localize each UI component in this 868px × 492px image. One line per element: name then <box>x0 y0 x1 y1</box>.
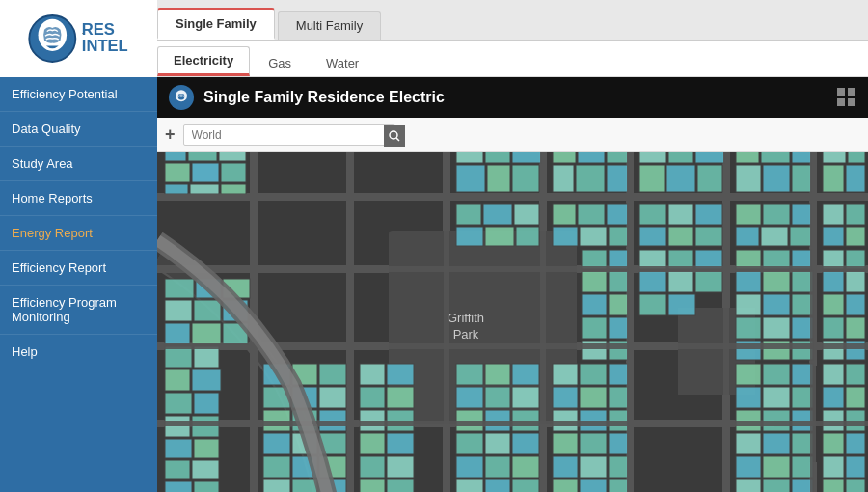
svg-line-8 <box>396 138 399 141</box>
svg-rect-93 <box>823 204 844 225</box>
sidebar-item-help[interactable]: Help <box>0 335 157 369</box>
svg-rect-260 <box>360 479 385 492</box>
svg-rect-263 <box>485 479 510 492</box>
search-bar: + <box>157 118 868 152</box>
svg-rect-255 <box>823 456 844 478</box>
svg-rect-125 <box>763 271 790 292</box>
svg-rect-180 <box>360 364 385 385</box>
svg-rect-69 <box>512 165 539 192</box>
sub-tab-electricity[interactable]: Electricity <box>157 46 250 76</box>
svg-rect-32 <box>219 152 246 161</box>
svg-rect-251 <box>609 456 628 478</box>
map-svg: Griffith Park <box>157 152 868 492</box>
svg-rect-123 <box>695 271 722 292</box>
svg-rect-200 <box>512 387 539 408</box>
svg-rect-83 <box>514 204 539 225</box>
svg-rect-181 <box>387 364 414 385</box>
svg-rect-75 <box>697 165 722 192</box>
svg-rect-164 <box>192 369 221 391</box>
svg-rect-35 <box>221 163 246 182</box>
svg-rect-258 <box>292 479 317 492</box>
svg-rect-64 <box>792 152 811 163</box>
svg-rect-127 <box>823 271 844 292</box>
svg-text:Park: Park <box>453 327 479 342</box>
svg-rect-101 <box>639 227 666 246</box>
sidebar-item-data-quality[interactable]: Data Quality <box>0 112 157 147</box>
svg-rect-139 <box>609 317 628 339</box>
svg-rect-129 <box>582 294 607 315</box>
svg-rect-241 <box>263 456 290 478</box>
top-tab-multi-family[interactable]: Multi Family <box>278 11 381 40</box>
svg-rect-121 <box>639 271 666 292</box>
svg-rect-229 <box>387 433 414 454</box>
svg-rect-233 <box>553 433 578 454</box>
svg-rect-230 <box>456 433 483 454</box>
svg-rect-250 <box>580 456 607 478</box>
sub-tab-water[interactable]: Water <box>310 49 375 76</box>
svg-rect-34 <box>192 163 219 182</box>
map-header-left: Single Family Residence Electric <box>169 85 445 110</box>
map-grid-icon[interactable] <box>837 88 856 107</box>
svg-rect-201 <box>553 387 578 408</box>
sub-tabs: ElectricityGasWater <box>157 41 868 77</box>
sidebar-item-home-reports[interactable]: Home Reports <box>0 181 157 216</box>
svg-rect-144 <box>846 317 865 339</box>
svg-rect-244 <box>360 456 385 478</box>
svg-rect-97 <box>516 227 539 246</box>
svg-point-7 <box>390 131 397 139</box>
svg-rect-135 <box>792 294 813 315</box>
search-input[interactable] <box>183 124 395 146</box>
svg-rect-265 <box>553 479 578 492</box>
sidebar-item-efficiency-potential[interactable]: Efficiency Potential <box>0 77 157 112</box>
svg-rect-187 <box>609 364 628 385</box>
svg-rect-132 <box>668 294 695 315</box>
svg-rect-71 <box>576 165 605 192</box>
svg-rect-268 <box>736 479 761 492</box>
svg-rect-85 <box>578 204 605 225</box>
svg-rect-155 <box>165 300 192 321</box>
svg-rect-262 <box>456 479 483 492</box>
svg-rect-197 <box>387 387 414 408</box>
svg-rect-56 <box>553 152 576 163</box>
svg-rect-66 <box>848 152 865 163</box>
sidebar-item-energy-report[interactable]: Energy Report <box>0 216 157 251</box>
svg-rect-122 <box>668 271 693 292</box>
svg-rect-254 <box>792 456 813 478</box>
sidebar-item-efficiency-program-monitoring[interactable]: Efficiency Program Monitoring <box>0 286 157 335</box>
svg-rect-267 <box>609 479 628 492</box>
svg-rect-192 <box>846 364 865 385</box>
svg-rect-238 <box>792 433 813 454</box>
top-tab-single-family[interactable]: Single Family <box>157 8 275 40</box>
svg-rect-202 <box>580 387 607 408</box>
svg-rect-257 <box>263 479 290 492</box>
svg-rect-140 <box>736 317 761 339</box>
map-canvas: Griffith Park <box>157 152 868 492</box>
svg-rect-70 <box>553 165 574 192</box>
svg-rect-137 <box>846 294 865 315</box>
zoom-plus-button[interactable]: + <box>165 124 176 145</box>
nav-items: Efficiency PotentialData QualityStudy Ar… <box>0 77 157 369</box>
sidebar-item-study-area[interactable]: Study Area <box>0 147 157 181</box>
svg-rect-170 <box>194 439 219 458</box>
svg-rect-261 <box>387 479 414 492</box>
svg-rect-60 <box>668 152 693 163</box>
svg-rect-37 <box>190 184 219 194</box>
search-button[interactable] <box>384 125 405 147</box>
svg-rect-248 <box>512 456 539 478</box>
svg-rect-59 <box>639 152 666 163</box>
svg-rect-143 <box>823 317 844 339</box>
svg-rect-158 <box>165 323 190 344</box>
svg-rect-133 <box>736 294 761 315</box>
svg-rect-271 <box>823 479 844 492</box>
svg-rect-264 <box>512 479 539 492</box>
sidebar-item-efficiency-report[interactable]: Efficiency Report <box>0 251 157 286</box>
svg-rect-266 <box>580 479 607 492</box>
map-container: Single Family Residence Electric + <box>157 77 868 492</box>
svg-rect-272 <box>846 479 865 492</box>
svg-rect-203 <box>609 387 628 408</box>
sub-tab-gas[interactable]: Gas <box>252 49 308 76</box>
svg-rect-269 <box>763 479 790 492</box>
svg-rect-89 <box>695 204 722 225</box>
svg-rect-196 <box>360 387 385 408</box>
svg-rect-107 <box>823 227 844 246</box>
